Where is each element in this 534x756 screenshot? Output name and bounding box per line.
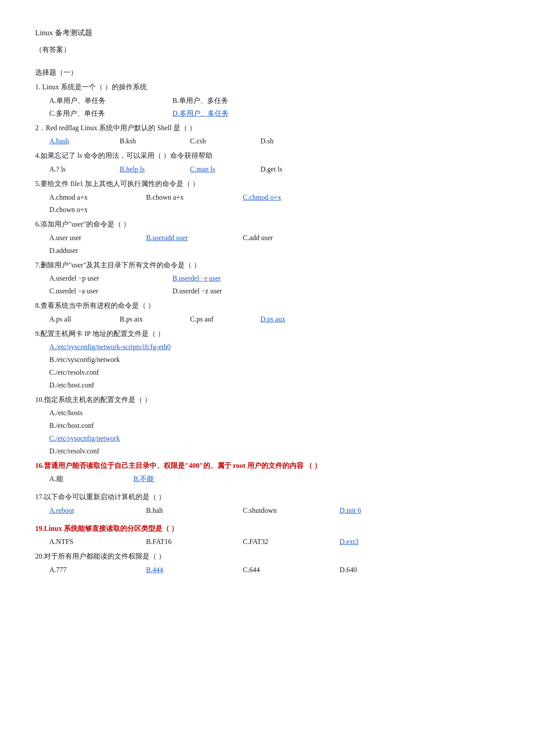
option: B./etc/sysconfig/network xyxy=(35,354,499,366)
option: C.man ls xyxy=(190,163,243,176)
option: B.444 xyxy=(146,564,208,577)
question-text-q2: 2．Red redflag Linux 系统中用户默认的 Shell 是（ ） xyxy=(35,122,499,135)
option: D.chown o+x xyxy=(49,206,88,213)
option: D.ps aux xyxy=(260,313,313,326)
option: D.adduser xyxy=(49,247,78,254)
option: C.FAT32 xyxy=(243,536,304,548)
option: B.单用户、多任务 xyxy=(172,95,260,107)
question-text-q5: 5.要给文件 file1 加上其他人可执行属性的命令是（ ） xyxy=(35,178,499,190)
option: A.reboot xyxy=(49,504,111,517)
option: B.FAT16 xyxy=(146,536,208,548)
question-block-q2: 2．Red redflag Linux 系统中用户默认的 Shell 是（ ）A… xyxy=(35,122,499,148)
option: C.多用户、单任务 xyxy=(49,107,137,120)
option: C.chmod o+x xyxy=(243,191,281,204)
option: D.640 xyxy=(340,564,401,577)
option: A.能 xyxy=(49,473,63,486)
question-block-q4: 4.如果忘记了 ls 命令的用法，可以采用（ ）命令获得帮助A.? lsB.he… xyxy=(35,150,499,176)
option: A.? ls xyxy=(49,163,102,176)
option: A.userdel −p user xyxy=(49,272,137,285)
option: B.halt xyxy=(146,504,208,517)
question-block-q10: 10.指定系统主机名的配置文件是（ ）A./etc/hostsB./etc/ho… xyxy=(35,394,499,458)
option: A.ps all xyxy=(49,313,102,326)
option: A.NTFS xyxy=(49,536,111,548)
page-title: Linux 备考测试题 xyxy=(35,26,499,40)
option: B.help ls xyxy=(120,163,172,176)
subtitle: （有答案） xyxy=(35,44,499,56)
option: C./etc/resolv.conf xyxy=(35,366,499,379)
option: D.多用户、多任务 xyxy=(172,107,260,120)
option: C.644 xyxy=(243,564,304,577)
option: D.userdel −z user xyxy=(172,285,260,298)
option: D.sh xyxy=(260,135,313,148)
question-block-q1: 1. Linux 系统是一个（ ）的操作系统A.单用户、单任务B.单用户、多任务… xyxy=(35,81,499,120)
question-text-q9: 9.配置主机网卡 IP 地址的配置文件是（ ） xyxy=(35,328,499,340)
question-text-q8: 8.查看系统当中所有进程的命令是（ ） xyxy=(35,299,499,312)
option: D.init 6 xyxy=(340,504,401,517)
option: B.ps aix xyxy=(120,313,172,326)
question-block-q16: 16.普通用户能否读取位于自己主目录中、权限是"400"的、属于 root 用户… xyxy=(35,460,499,486)
option: B.不能 xyxy=(134,473,154,486)
question-text-q19: 19.Linux 系统能够直接读取的分区类型是（ ） xyxy=(35,522,499,535)
option: B.chown a+x xyxy=(146,191,243,204)
option: C.userdel −a user xyxy=(49,285,137,298)
question-text-q10: 10.指定系统主机名的配置文件是（ ） xyxy=(35,394,499,406)
option: D.ext3 xyxy=(340,536,401,548)
option: A./etc/hosts xyxy=(35,407,499,420)
option: C.add user xyxy=(243,232,273,245)
question-text-q1: 1. Linux 系统是一个（ ）的操作系统 xyxy=(35,81,499,94)
option: C.ps auf xyxy=(190,313,243,326)
question-block-q17: 17.以下命令可以重新启动计算机的是（ ）A.rebootB.haltC.shu… xyxy=(35,491,499,517)
option: C.shutdown xyxy=(243,504,304,517)
question-text-q16: 16.普通用户能否读取位于自己主目录中、权限是"400"的、属于 root 用户… xyxy=(35,460,499,472)
option: A./etc/sysconfig/network-scripts/ifcfg-e… xyxy=(35,341,499,354)
option: B./etc/host.conf xyxy=(35,420,499,432)
question-block-q6: 6.添加用户"user"的命令是（ ）A.user userB.useradd … xyxy=(35,218,499,257)
question-block-q19: 19.Linux 系统能够直接读取的分区类型是（ ）A.NTFSB.FAT16C… xyxy=(35,522,499,549)
question-text-q7: 7.删除用户"user"及其主目录下所有文件的命令是（ ） xyxy=(35,259,499,272)
question-block-q20: 20.对于所有用户都能读的文件权限是（ ）A.777B.444C.644D.64… xyxy=(35,550,499,577)
option: B.userdel −r user xyxy=(172,272,260,285)
option: D./etc/resolv.conf xyxy=(35,445,499,458)
option: A.user user xyxy=(49,232,146,245)
question-text-q6: 6.添加用户"user"的命令是（ ） xyxy=(35,218,499,231)
option: C.csh xyxy=(190,135,243,148)
option: D.get ls xyxy=(260,163,313,176)
question-block-q8: 8.查看系统当中所有进程的命令是（ ）A.ps allB.ps aixC.ps … xyxy=(35,299,499,326)
option: D./etc/host.conf xyxy=(35,379,499,392)
question-text-q4: 4.如果忘记了 ls 命令的用法，可以采用（ ）命令获得帮助 xyxy=(35,150,499,162)
question-text-q17: 17.以下命令可以重新启动计算机的是（ ） xyxy=(35,491,499,504)
option: A.777 xyxy=(49,564,111,577)
option: A.chmod a+x xyxy=(49,191,146,204)
question-block-q5: 5.要给文件 file1 加上其他人可执行属性的命令是（ ）A.chmod a+… xyxy=(35,178,499,216)
option: A.单用户、单任务 xyxy=(49,95,137,107)
option: B.useradd user xyxy=(146,232,243,245)
option: A.bash xyxy=(49,135,102,148)
question-block-q7: 7.删除用户"user"及其主目录下所有文件的命令是（ ）A.userdel −… xyxy=(35,259,499,298)
question-text-q20: 20.对于所有用户都能读的文件权限是（ ） xyxy=(35,550,499,563)
option: C./etc/sysocnfig/network xyxy=(35,432,499,445)
option: B.ksh xyxy=(120,135,172,148)
question-block-q9: 9.配置主机网卡 IP 地址的配置文件是（ ）A./etc/sysconfig/… xyxy=(35,328,499,392)
section-title: 选择题（一） xyxy=(35,66,499,79)
